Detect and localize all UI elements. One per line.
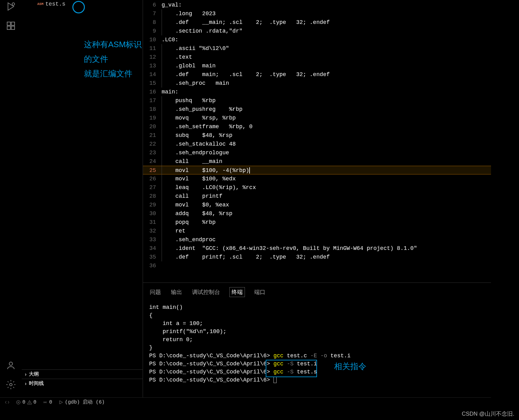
code-line[interactable]: 30 addq $48, %rsp (143, 209, 491, 218)
tab-debug-console[interactable]: 调试控制台 (191, 287, 221, 297)
code-line[interactable]: 16main: (143, 88, 491, 96)
terminal-content[interactable]: int main() { int a = 100; printf("%d\n",… (143, 300, 491, 397)
editor-area: 6g_val:7 .long 20238 .def __main; .scl 2… (143, 0, 491, 397)
svg-point-0 (12, 3, 15, 5)
code-area[interactable]: 6g_val:7 .long 20238 .def __main; .scl 2… (143, 0, 491, 282)
code-line[interactable]: 21 subq $48, %rsp (143, 131, 491, 140)
tab-terminal[interactable]: 终端 (229, 287, 245, 297)
code-line[interactable]: 29 movl $0, %eax (143, 201, 491, 209)
code-line[interactable]: 7 .long 2023 (143, 9, 491, 18)
svg-rect-3 (7, 26, 11, 29)
watermark: CSDN @山川不念旧. (462, 410, 514, 418)
svg-rect-4 (11, 26, 15, 29)
code-line[interactable]: 36 (143, 261, 491, 270)
annotation-commands: 相关指令 (334, 362, 366, 370)
svg-point-10 (45, 402, 46, 403)
asm-badge: ASM (37, 2, 44, 6)
code-line[interactable]: 22 .seh_stackalloc 48 (143, 140, 491, 148)
code-line[interactable]: 31 popq %rbp (143, 218, 491, 227)
code-line[interactable]: 8 .def __main; .scl 2; .type 32; .endef (143, 18, 491, 27)
account-icon[interactable] (6, 360, 16, 372)
svg-rect-1 (7, 22, 11, 25)
code-line[interactable]: 27 leaq .LC0(%rip), %rcx (143, 183, 491, 192)
code-line[interactable]: 23 .seh_endprologue (143, 148, 491, 157)
code-line[interactable]: 19 movq %rsp, %rbp (143, 114, 491, 122)
code-line[interactable]: 26 movl $100, %edx (143, 174, 491, 183)
code-line[interactable]: 12 .text (143, 53, 491, 61)
status-bar: 0 0 0 (gdb) 启动 (6) (0, 397, 491, 407)
settings-gear-icon[interactable] (6, 380, 16, 391)
code-line[interactable]: 28 call printf (143, 192, 491, 201)
run-debug-icon[interactable] (6, 2, 16, 13)
extensions-icon[interactable] (6, 21, 16, 32)
code-line[interactable]: 15 .seh_proc main (143, 79, 491, 88)
annotation-text-1: 这种有ASM标识的文件 就是汇编文件 (84, 37, 143, 81)
status-launch[interactable]: (gdb) 启动 (6) (58, 399, 105, 405)
code-line[interactable]: 17 pushq %rbp (143, 96, 491, 105)
code-line[interactable]: 35 .def printf; .scl 2; .type 32; .endef (143, 253, 491, 261)
svg-point-9 (29, 403, 30, 404)
panel-tabs: 问题 输出 调试控制台 终端 端口 (143, 283, 491, 300)
svg-point-6 (10, 383, 12, 386)
code-line[interactable]: 6g_val: (143, 1, 491, 9)
tab-output[interactable]: 输出 (170, 287, 183, 297)
code-line[interactable]: 9 .section .rdata,"dr" (143, 27, 491, 35)
svg-marker-11 (60, 400, 62, 404)
code-line[interactable]: 20 .seh_setframe %rbp, 0 (143, 122, 491, 131)
code-line[interactable]: 24 call __main (143, 157, 491, 166)
activity-bar (0, 0, 22, 397)
code-line[interactable]: 11 .ascii "%d\12\0" (143, 44, 491, 53)
code-line[interactable]: 13 .globl main (143, 61, 491, 70)
status-radio[interactable]: 0 (43, 400, 52, 405)
remote-icon[interactable] (5, 400, 10, 405)
code-line[interactable]: 33 .seh_endproc (143, 235, 491, 244)
tab-problems[interactable]: 问题 (149, 287, 162, 297)
explorer-sidebar: ASM test.s 这种有ASM标识的文件 就是汇编文件 ›大纲 ›时间线 (22, 0, 143, 397)
bottom-panel: 问题 输出 调试控制台 终端 端口 int main() { int a = 1… (143, 282, 491, 397)
svg-rect-2 (11, 22, 15, 25)
code-line[interactable]: 14 .def main; .scl 2; .type 32; .endef (143, 70, 491, 79)
status-errors[interactable]: 0 0 (16, 400, 36, 405)
code-line[interactable]: 32 ret (143, 227, 491, 235)
tab-ports[interactable]: 端口 (254, 287, 266, 297)
file-name: test.s (45, 1, 66, 7)
code-line[interactable]: 10.LC0: (143, 35, 491, 44)
svg-point-5 (9, 362, 13, 365)
outline-header[interactable]: ›大纲 (22, 369, 143, 379)
code-line[interactable]: 18 .seh_pushreg %rbp (143, 105, 491, 114)
file-item-test-s[interactable]: ASM test.s (22, 0, 143, 8)
code-line[interactable]: 34 .ident "GCC: (x86_64-win32-seh-rev0, … (143, 244, 491, 253)
timeline-header[interactable]: ›时间线 (22, 379, 143, 388)
code-line[interactable]: 25 movl $100, -4(%rbp) (143, 166, 491, 174)
